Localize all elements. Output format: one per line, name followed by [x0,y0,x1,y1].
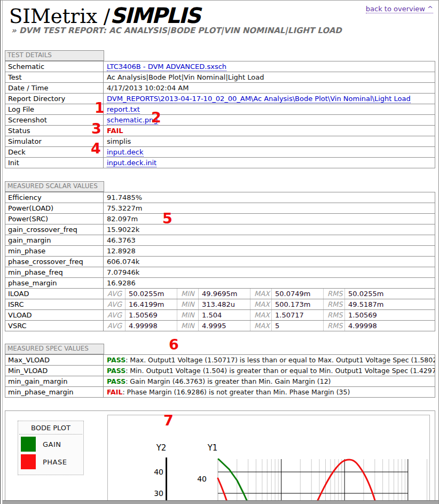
test-details-table: TEST DETAILS SchematicLTC3406B - DVM ADV… [5,50,435,168]
table-row-min-gain-margin: min_gain_marginPASS: Gain Margin (46.376… [5,376,435,387]
row-label: VSRC [5,321,104,331]
report-directory-link[interactable]: DVM_REPORTS\2013-04-17-10_02_00_AM\Ac An… [107,95,411,103]
table-row-deck: Deckinput.deck [5,147,435,158]
spec-status-pass: PASS [107,356,126,364]
row-label: Max_VLOAD [5,355,104,365]
table-row-status: StatusFAIL [5,126,435,136]
row-stats: AVG50.0255mMIN49.9695mMAX50.0749mRMS50.0… [104,289,435,299]
row-value: FAIL [104,126,435,136]
row-label: Power(LOAD) [5,203,104,213]
spec-result-text: : Min. Output1 Voltage (1.504) is greate… [126,367,435,375]
screenshot-link[interactable]: schematic.png [107,116,158,125]
row-label: Report Directory [5,94,104,104]
bode-plot-legend: BODE PLOT GAINPHASE [18,421,84,475]
row-label: phase_crossover_freq [5,257,104,267]
axis-label-y1: Y1 [207,443,218,453]
tick-label: 30 [154,489,163,498]
row-value: 15.9022k [104,224,435,235]
row-label: min_phase [5,246,104,256]
spec-status-fail: FAIL [107,388,122,396]
stat-key-avg: AVG [104,321,125,331]
deck-link[interactable]: input.deck [107,148,144,157]
spec-values-body: Max_VLOADPASS: Max. Output1 Voltage (1.5… [5,354,435,398]
spec-result-text: : Gain Margin (46.3763) is greater than … [126,377,331,385]
row-label: gain_crossover_freq [5,224,104,235]
table-row-date-time: Date / Time4/17/2013 10:02:04 AM [5,83,435,94]
row-value: 606.074k [104,257,435,267]
annotation-6: 6 [169,337,179,352]
stat-key-max: MAX [250,289,271,299]
log-file-link[interactable]: report.txt [107,105,140,114]
table-row-power-src: Power(SRC)82.097m [5,214,435,224]
spec-result: FAIL: Phase Margin (16.9286) is not grea… [104,387,435,397]
row-value: DVM_REPORTS\2013-04-17-10_02_00_AM\Ac An… [104,94,435,104]
tick-label: 40 [197,475,207,483]
legend-item-gain: GAIN [21,436,83,452]
stat-key-min: MIN [177,321,198,331]
report-page: SIMetrix /SIMPLIS back to overview ^ » D… [0,0,439,504]
row-value: input.deck.init [104,158,435,168]
tick-label: 40 [154,468,163,476]
table-row-test: TestAc Analysis|Bode Plot|Vin Nominal|Li… [5,72,435,83]
stat-key-rms: RMS [323,289,344,299]
table-row-schematic: SchematicLTC3406B - DVM ADVANCED.sxsch [5,61,435,72]
row-value: input.deck [104,147,435,157]
legend-items: GAINPHASE [18,436,83,470]
bode-plot-section: BODE PLOT GAINPHASE Y2Y140304030 [5,410,435,504]
horizontal-scrollbar[interactable] [3,500,438,504]
annotation-4: 4 [91,141,101,156]
table-row-max-vload: Max_VLOADPASS: Max. Output1 Voltage (1.5… [5,355,435,366]
legend-title: BODE PLOT [19,424,82,435]
stat-key-rms: RMS [323,321,344,331]
stat-value-max: 50.0749m [271,289,323,299]
phase-curve [312,460,378,504]
row-value: 4/17/2013 10:02:04 AM [104,83,435,93]
init-link[interactable]: input.deck.init [107,159,156,167]
spec-status-pass: PASS [107,367,126,375]
row-label: VLOAD [5,310,104,320]
test-details-body: SchematicLTC3406B - DVM ADVANCED.sxschTe… [5,61,435,168]
stat-value-min: 313.482u [198,299,250,309]
window-edge-line [2,1,3,504]
stat-key-max: MAX [250,310,271,320]
bode-chart: Y2Y140304030 [107,415,430,504]
bode-chart-svg: Y2Y140304030 [108,415,429,504]
row-value: Ac Analysis|Bode Plot|Vin Nominal|Light … [104,72,435,82]
row-value-text: Ac Analysis|Bode Plot|Vin Nominal|Light … [107,73,264,81]
gain-color-swatch [21,437,36,452]
spec-status-pass: PASS [107,377,126,385]
scalar-value-text: 15.9022k [107,226,139,234]
row-label: Init [5,158,104,168]
stat-value-avg: 16.4199m [125,299,177,309]
table-row-phase-margin: phase_margin16.9286 [5,278,435,289]
row-value-text: simplis [107,137,131,145]
table-row-init: Initinput.deck.init [5,158,435,168]
scalar-value-text: 12.8928 [107,247,136,255]
row-value: 7.07946k [104,267,435,277]
annotation-7: 7 [163,413,174,428]
stat-key-rms: RMS [323,299,344,309]
table-row-simulator: Simulatorsimplis [5,136,435,147]
row-stats: AVG4.99998MIN4.9995MAX5RMS4.99998 [104,321,435,331]
stat-key-min: MIN [177,299,198,309]
annotation-5: 5 [162,211,173,226]
row-label: Status [5,126,104,136]
stat-value-rms: 1.50569 [344,310,396,320]
test-details-header: TEST DETAILS [5,50,435,61]
row-label: Simulator [5,136,104,146]
spec-values-title: MEASURED SPEC VALUES [5,344,104,354]
schematic-link[interactable]: LTC3406B - DVM ADVANCED.sxsch [107,63,226,71]
back-to-overview-link[interactable]: back to overview ^ [366,5,433,13]
table-row-isrc: ISRCAVG16.4199mMIN313.482uMAX500.173mRMS… [5,299,435,310]
row-label: Schematic [5,61,104,72]
annotation-1: 1 [95,100,105,115]
axis-label-y2: Y2 [156,443,167,453]
row-stats: AVG16.4199mMIN313.482uMAX500.173mRMS49.5… [104,299,435,309]
stat-key-rms: RMS [323,310,344,320]
row-value: 12.8928 [104,246,435,256]
legend-item-phase: PHASE [21,454,83,470]
spec-result: PASS: Min. Output1 Voltage (1.504) is gr… [104,366,435,376]
row-value: 82.097m [104,214,435,224]
stat-value-min: 1.504 [198,310,250,320]
row-value-text: 4/17/2013 10:02:04 AM [107,84,189,92]
